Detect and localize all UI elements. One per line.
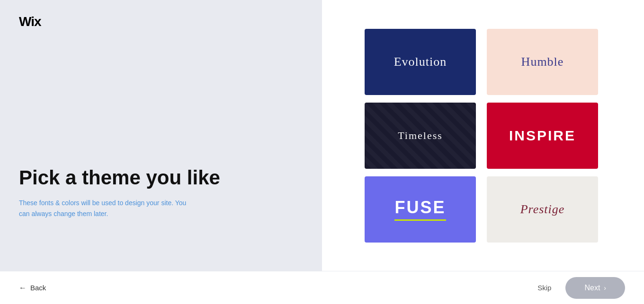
back-label: Back [30,284,46,292]
theme-card-timeless[interactable]: Timeless [365,103,476,169]
wix-logo: Wix [19,14,303,29]
theme-card-prestige[interactable]: Prestige [487,176,598,243]
main-content: Wix Pick a theme you like These fonts & … [0,0,644,271]
next-arrow-icon: › [604,284,606,292]
back-button[interactable]: ← Back [19,284,46,292]
theme-grid: Evolution Humble Timeless INSPIRE FUSE P… [365,29,601,243]
right-panel: Evolution Humble Timeless INSPIRE FUSE P… [322,0,644,271]
back-arrow-icon: ← [19,284,27,292]
left-text-area: Pick a theme you like These fonts & colo… [19,166,303,219]
theme-label-inspire: INSPIRE [509,128,576,144]
theme-label-humble: Humble [521,55,564,69]
skip-button[interactable]: Skip [537,284,551,292]
theme-card-fuse[interactable]: FUSE [365,176,476,243]
page-subtext: These fonts & colors will be used to des… [19,198,189,219]
theme-card-evolution[interactable]: Evolution [365,29,476,95]
next-button[interactable]: Next › [565,277,625,299]
next-label: Next [584,284,600,292]
theme-label-fuse: FUSE [394,198,446,221]
left-panel: Wix Pick a theme you like These fonts & … [0,0,322,271]
theme-card-humble[interactable]: Humble [487,29,598,95]
page-heading: Pick a theme you like [19,166,303,189]
theme-label-prestige: Prestige [520,202,565,217]
theme-label-timeless: Timeless [398,130,443,142]
bottom-right-actions: Skip Next › [537,277,625,299]
theme-label-evolution: Evolution [394,55,447,69]
bottom-bar: ← Back Skip Next › [0,271,644,304]
skip-label: Skip [537,284,551,292]
theme-card-inspire[interactable]: INSPIRE [487,103,598,169]
